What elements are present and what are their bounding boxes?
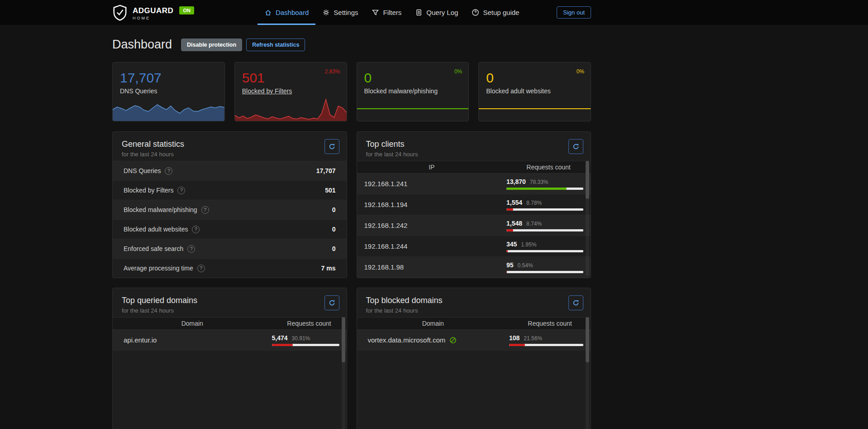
domain-name[interactable]: vortex.data.microsoft.com (368, 336, 446, 344)
help-icon[interactable] (197, 265, 205, 272)
help-icon[interactable] (165, 167, 172, 175)
refresh-card-button[interactable] (324, 295, 339, 310)
client-ip[interactable]: 192.168.1.98 (357, 263, 507, 271)
client-ip[interactable]: 192.168.1.242 (357, 222, 507, 229)
top-blocked-domains-card: Top blocked domains for the last 24 hour… (357, 288, 591, 429)
stat-card-dns-queries: 17,707 DNS Queries (112, 62, 225, 121)
client-row: 192.168.1.241 13,870 78.33% (357, 174, 591, 194)
queried-domains-table-header: Domain Requests count (113, 317, 347, 330)
domain-name[interactable]: api.entur.io (113, 336, 272, 344)
refresh-card-button[interactable] (568, 295, 583, 310)
nav-label: Settings (334, 9, 358, 16)
help-icon[interactable] (192, 226, 200, 233)
client-ip[interactable]: 192.168.1.194 (357, 201, 507, 208)
nav-item-filters[interactable]: Filters (365, 0, 408, 25)
stat-percent: 0% (577, 68, 584, 75)
nav-label: Query Log (426, 9, 458, 16)
stat-row-label: Enforced safe search (124, 245, 183, 252)
card-subtitle: for the last 24 hours (366, 307, 582, 314)
stat-row-label: DNS Queries (124, 167, 161, 174)
stat-table-row: Average processing time 7 ms (113, 258, 347, 278)
stat-value: 0 (357, 63, 469, 85)
help-circle-icon (472, 9, 479, 16)
column-header-requests-count[interactable]: Requests count (506, 164, 591, 171)
stat-table-row: Blocked by Filters 501 (113, 180, 347, 200)
scrollbar-thumb[interactable] (586, 161, 589, 199)
blocked-by-filters-sparkline (235, 98, 347, 121)
card-title: Top queried domains (122, 296, 338, 305)
stat-value: 0 (479, 63, 591, 85)
requests-bar (506, 229, 583, 231)
general-statistics-card: General statistics for the last 24 hours… (112, 131, 347, 278)
stat-value: 17,707 (113, 63, 224, 85)
nav-label: Setup guide (483, 9, 519, 16)
main-content: Dashboard Disable protection Refresh sta… (112, 25, 591, 429)
requests-bar (506, 250, 583, 252)
stat-row-value: 0 (332, 226, 336, 233)
sign-out-button[interactable]: Sign out (557, 6, 591, 19)
requests-bar (506, 188, 583, 190)
stat-table-row: DNS Queries 17,707 (113, 161, 347, 180)
stat-table-row: Blocked malware/phishing 0 (113, 200, 347, 219)
help-icon[interactable] (177, 187, 185, 194)
refresh-card-button[interactable] (324, 139, 339, 154)
stat-row-label: Average processing time (124, 265, 193, 272)
stat-label: Blocked malware/phishing (357, 85, 469, 95)
stat-row-value: 7 ms (321, 265, 336, 272)
help-icon[interactable] (187, 245, 195, 253)
request-count: 1,554 (506, 199, 522, 206)
request-count: 13,870 (506, 178, 526, 185)
disable-protection-button[interactable]: Disable protection (181, 39, 242, 51)
nav-item-dashboard[interactable]: Dashboard (258, 0, 315, 25)
scrollbar[interactable] (342, 317, 345, 429)
column-header-ip[interactable]: IP (357, 164, 507, 171)
tracker-blocked-icon[interactable] (449, 337, 457, 344)
card-title: Top clients (366, 140, 582, 149)
clients-table-header: IP Requests count (357, 161, 591, 174)
refresh-icon (329, 143, 335, 150)
brand[interactable]: ADGUARD HOME ON (112, 4, 194, 21)
client-ip[interactable]: 192.168.1.244 (357, 242, 507, 250)
queried-domains-table-body: api.entur.io 5,474 30.91% (113, 330, 347, 351)
nav-menu: Dashboard Settings Filters (258, 0, 526, 25)
help-icon[interactable] (201, 206, 209, 214)
column-header-requests-count[interactable]: Requests count (509, 320, 591, 327)
refresh-card-button[interactable] (568, 139, 583, 154)
requests-bar (509, 344, 583, 346)
nav-item-settings[interactable]: Settings (315, 0, 365, 25)
dns-queries-sparkline (113, 98, 224, 121)
requests-bar (506, 208, 583, 211)
blocked-adult-flatline (479, 108, 591, 109)
stat-row-label: Blocked malware/phishing (124, 206, 197, 213)
requests-bar (272, 344, 339, 346)
column-header-domain[interactable]: Domain (113, 320, 272, 327)
card-subtitle: for the last 24 hours (122, 307, 338, 314)
brand-text: ADGUARD HOME (133, 7, 173, 20)
scrollbar[interactable] (586, 161, 589, 276)
scrollbar-thumb[interactable] (342, 317, 345, 362)
request-count: 345 (506, 241, 517, 248)
request-percent: 78.33% (530, 179, 548, 185)
refresh-statistics-button[interactable]: Refresh statistics (246, 39, 305, 51)
page-title: Dashboard (112, 38, 172, 52)
client-ip[interactable]: 192.168.1.241 (357, 180, 507, 188)
stat-row-value: 0 (332, 245, 336, 252)
stat-row-value: 17,707 (316, 167, 336, 174)
request-count: 5,474 (272, 334, 288, 342)
domain-row: api.entur.io 5,474 30.91% (113, 330, 347, 351)
nav-item-query-log[interactable]: Query Log (408, 0, 465, 25)
column-header-requests-count[interactable]: Requests count (272, 320, 347, 327)
stat-label: DNS Queries (113, 85, 224, 95)
blocked-by-filters-link[interactable]: Blocked by Filters (235, 85, 299, 95)
gear-icon (322, 9, 330, 16)
stat-percent: 0% (454, 68, 462, 75)
scrollbar[interactable] (586, 317, 589, 429)
nav-item-setup-guide[interactable]: Setup guide (465, 0, 526, 25)
card-title: Top blocked domains (366, 296, 582, 305)
stat-label: Blocked adult websites (479, 85, 591, 95)
request-count: 95 (506, 261, 514, 269)
scrollbar-thumb[interactable] (586, 317, 589, 362)
stat-card-blocked-adult: 0% 0 Blocked adult websites (478, 62, 591, 121)
column-header-domain[interactable]: Domain (357, 320, 510, 327)
client-row: 192.168.1.242 1,548 8.74% (357, 215, 591, 236)
